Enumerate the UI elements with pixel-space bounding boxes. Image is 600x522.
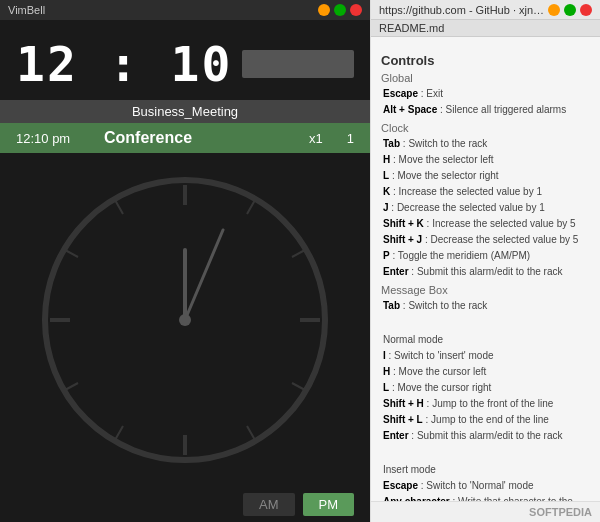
svg-line-2	[247, 200, 255, 214]
alarm-multiplier: x1	[309, 131, 323, 146]
right-title-bar: https://github.com - GitHub · xjn18/VimB…	[371, 0, 600, 20]
mb-entry-7: Enter : Submit this alarm/edit to the ra…	[383, 428, 590, 444]
right-maximize-button[interactable]	[564, 4, 576, 16]
svg-line-5	[292, 383, 305, 390]
global-section-header: Global	[381, 72, 590, 84]
global-entry-2: Alt + Space : Silence all triggered alar…	[383, 102, 590, 118]
right-window-controls	[548, 4, 592, 16]
svg-line-9	[65, 383, 78, 390]
mb-normal-label: Normal mode	[383, 332, 590, 348]
mb-insert-label: Insert mode	[383, 462, 590, 478]
clock-entry-5: J : Decrease the selected value by 1	[383, 200, 590, 216]
mb-entry-1: Tab : Switch to the rack	[383, 298, 590, 314]
messagebox-section-header: Message Box	[381, 284, 590, 296]
clock-slider[interactable]	[242, 50, 354, 78]
alarm-count: 1	[347, 131, 354, 146]
mb-entry-8: Escape : Switch to 'Normal' mode	[383, 478, 590, 494]
maximize-button[interactable]	[334, 4, 346, 16]
right-content[interactable]: Controls Global Escape : Exit Alt + Spac…	[371, 37, 600, 501]
clock-entry-6: Shift + K : Increase the selected value …	[383, 216, 590, 232]
svg-line-11	[65, 250, 78, 257]
clock-entry-4: K : Increase the selected value by 1	[383, 184, 590, 200]
left-panel: VimBell 12 : 10 Business_Meeting 12:10 p…	[0, 0, 370, 522]
clock-entry-8: P : Toggle the meridiem (AM/PM)	[383, 248, 590, 264]
svg-point-15	[179, 314, 191, 326]
alarm-row[interactable]: 12:10 pm Conference x1 1	[0, 123, 370, 153]
mb-entry-9: Any character : Write that character to …	[383, 494, 590, 501]
clock-face	[0, 153, 370, 487]
clock-entry-9: Enter : Submit this alarm/edit to the ra…	[383, 264, 590, 280]
clock-section-header: Clock	[381, 122, 590, 134]
ampm-row: AM PM	[0, 487, 370, 522]
clock-display: 12 : 10	[16, 36, 232, 92]
mb-entry-5: Shift + H : Jump to the front of the lin…	[383, 396, 590, 412]
mb-entry-3: H : Move the cursor left	[383, 364, 590, 380]
svg-line-12	[115, 200, 123, 214]
right-panel: https://github.com - GitHub · xjn18/VimB…	[370, 0, 600, 522]
alarm-time: 12:10 pm	[16, 131, 96, 146]
softpedia-label: SOFTPEDIA	[529, 506, 592, 518]
right-minimize-button[interactable]	[548, 4, 560, 16]
minimize-button[interactable]	[318, 4, 330, 16]
business-label: Business_Meeting	[132, 104, 238, 119]
pm-button[interactable]: PM	[303, 493, 355, 516]
clock-entry-7: Shift + J : Decrease the selected value …	[383, 232, 590, 248]
right-tab-title: https://github.com - GitHub · xjn18/VimB…	[379, 4, 548, 16]
am-button[interactable]: AM	[243, 493, 295, 516]
mb-entry-4: L : Move the cursor right	[383, 380, 590, 396]
clock-entry-2: H : Move the selector left	[383, 152, 590, 168]
mb-entry-2: I : Switch to 'insert' mode	[383, 348, 590, 364]
business-bar: Business_Meeting	[0, 100, 370, 123]
mb-entry-6: Shift + L : Jump to the end of the line	[383, 412, 590, 428]
svg-line-14	[185, 230, 223, 320]
clock-entry-3: L : Move the selector right	[383, 168, 590, 184]
clock-entry-1: Tab : Switch to the rack	[383, 136, 590, 152]
softpedia-bar: SOFTPEDIA	[371, 501, 600, 522]
clock-area: 12 : 10	[0, 20, 370, 100]
left-title-bar: VimBell	[0, 0, 370, 20]
alarm-label: Conference	[104, 129, 301, 147]
svg-line-3	[292, 250, 305, 257]
controls-title: Controls	[381, 53, 590, 68]
readme-tab[interactable]: README.md	[371, 20, 600, 37]
global-entry-1: Escape : Exit	[383, 86, 590, 102]
svg-line-6	[247, 426, 255, 440]
close-button[interactable]	[350, 4, 362, 16]
right-close-button[interactable]	[580, 4, 592, 16]
app-title: VimBell	[8, 4, 45, 16]
window-controls	[318, 4, 362, 16]
svg-line-8	[115, 426, 123, 440]
